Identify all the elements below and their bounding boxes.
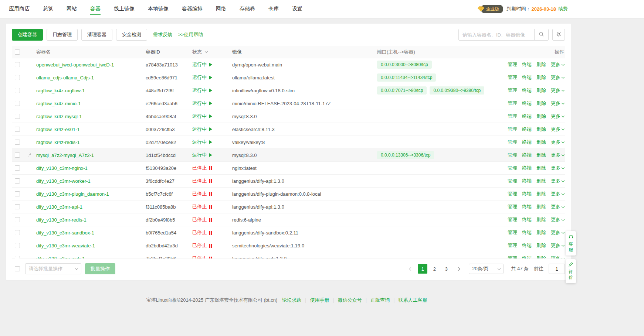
container-name-link[interactable]: dify_v130_c3mr-sandbox-1 [36, 230, 94, 236]
container-name-link[interactable]: dify_v130_c3mr-nginx-1 [36, 165, 88, 171]
row-checkbox[interactable] [15, 191, 20, 196]
row-action-terminal[interactable]: 终端 [522, 100, 532, 107]
row-action-terminal[interactable]: 终端 [522, 255, 532, 258]
row-action-more[interactable]: 更多 [551, 203, 564, 210]
customer-service-button[interactable]: 客服 [566, 231, 576, 256]
container-name-link[interactable]: ragflow_kr4z-mysql-1 [36, 114, 82, 119]
row-action-terminal[interactable]: 终端 [522, 242, 532, 249]
container-name-link[interactable]: dify_v130_c3mr-plugin_daemon-1 [36, 191, 109, 197]
feedback-link[interactable]: 需求反馈 [153, 31, 172, 38]
row-action-manage[interactable]: 管理 [508, 178, 517, 184]
play-icon[interactable] [209, 89, 212, 92]
row-action-delete[interactable]: 删除 [536, 242, 546, 249]
row-action-manage[interactable]: 管理 [508, 203, 517, 210]
nav-item[interactable]: 容器 [90, 0, 101, 18]
nav-item[interactable]: 线上镜像 [114, 0, 135, 18]
play-icon[interactable] [209, 140, 212, 144]
pause-icon[interactable] [209, 218, 212, 222]
row-action-terminal[interactable]: 终端 [522, 178, 532, 184]
pause-icon[interactable] [209, 257, 212, 259]
next-page-button[interactable] [453, 264, 463, 274]
select-all-checkbox[interactable] [15, 49, 20, 55]
footer-link[interactable]: 联系人工客服 [399, 297, 427, 303]
nav-item[interactable]: 仓库 [268, 0, 279, 18]
row-action-more[interactable]: 更多 [551, 152, 564, 158]
play-icon[interactable] [209, 63, 212, 66]
row-action-delete[interactable]: 删除 [536, 61, 546, 68]
batch-select-all-checkbox[interactable] [15, 266, 20, 271]
row-action-manage[interactable]: 管理 [508, 216, 517, 223]
row-action-more[interactable]: 更多 [551, 178, 564, 184]
container-name-link[interactable]: dify_v130_c3mr-weaviate-1 [36, 243, 95, 248]
row-action-terminal[interactable]: 终端 [522, 126, 532, 133]
row-action-manage[interactable]: 管理 [508, 126, 517, 133]
row-action-delete[interactable]: 删除 [536, 255, 546, 258]
settings-button[interactable] [552, 29, 565, 41]
row-action-manage[interactable]: 管理 [508, 242, 517, 249]
batch-operation-select[interactable]: 请选择批量操作 [25, 263, 81, 274]
row-action-terminal[interactable]: 终端 [522, 74, 532, 81]
footer-link[interactable]: 微信公众号 [338, 297, 362, 303]
renew-link[interactable]: 续费 [558, 6, 568, 12]
row-checkbox[interactable] [15, 165, 20, 171]
row-action-delete[interactable]: 删除 [536, 191, 546, 197]
row-action-manage[interactable]: 管理 [508, 139, 517, 145]
row-action-delete[interactable]: 删除 [536, 100, 546, 107]
row-action-more[interactable]: 更多 [551, 255, 564, 258]
row-action-manage[interactable]: 管理 [508, 61, 517, 68]
row-checkbox[interactable] [15, 230, 20, 235]
container-name-link[interactable]: ragflow_kr4z-minio-1 [36, 101, 81, 106]
header-status-filter[interactable]: 状态 [192, 49, 232, 55]
container-name-link[interactable]: openwebui_iwcd-openwebui_iwcD-1 [36, 62, 114, 68]
nav-item[interactable]: 设置 [292, 0, 302, 18]
row-action-manage[interactable]: 管理 [508, 191, 517, 197]
row-action-manage[interactable]: 管理 [508, 165, 517, 171]
log-manage-button[interactable]: 日志管理 [47, 29, 78, 41]
play-icon[interactable] [209, 76, 212, 79]
container-name-link[interactable]: ragflow_kr4z-ragflow-1 [36, 88, 85, 93]
row-action-more[interactable]: 更多 [551, 139, 564, 145]
row-action-delete[interactable]: 删除 [536, 229, 546, 236]
footer-link[interactable]: 正版查询 [370, 297, 390, 303]
row-action-delete[interactable]: 删除 [536, 126, 546, 133]
page-button-2[interactable]: 2 [430, 264, 439, 274]
row-action-terminal[interactable]: 终端 [522, 87, 532, 94]
row-checkbox[interactable] [15, 88, 20, 93]
batch-operation-button[interactable]: 批量操作 [85, 263, 115, 274]
play-icon[interactable] [209, 127, 212, 131]
review-button[interactable]: 评价 [566, 259, 576, 283]
container-name-link[interactable]: dify_v130_c3mr-redis-1 [36, 217, 87, 223]
nav-item[interactable]: 本地镜像 [148, 0, 169, 18]
row-action-manage[interactable]: 管理 [508, 74, 517, 81]
row-action-more[interactable]: 更多 [551, 242, 564, 249]
row-checkbox[interactable] [15, 217, 20, 222]
row-checkbox[interactable] [15, 114, 20, 119]
row-checkbox[interactable] [15, 204, 20, 209]
nav-item[interactable]: 网站 [67, 0, 77, 18]
row-action-manage[interactable]: 管理 [508, 100, 517, 107]
row-action-more[interactable]: 更多 [551, 126, 564, 133]
pause-icon[interactable] [209, 179, 212, 183]
row-action-manage[interactable]: 管理 [508, 229, 517, 236]
create-container-button[interactable]: 创建容器 [12, 29, 43, 41]
row-action-manage[interactable]: 管理 [508, 87, 517, 94]
pause-icon[interactable] [209, 205, 212, 209]
nav-item[interactable]: 存储卷 [240, 0, 255, 18]
row-action-more[interactable]: 更多 [551, 229, 564, 236]
row-action-more[interactable]: 更多 [551, 216, 564, 223]
row-action-delete[interactable]: 删除 [536, 178, 546, 184]
row-action-delete[interactable]: 删除 [536, 152, 546, 158]
row-action-terminal[interactable]: 终端 [522, 191, 532, 197]
container-name-link[interactable]: dify_v130_c3mr-web-1 [36, 256, 85, 259]
row-action-delete[interactable]: 删除 [536, 87, 546, 94]
container-name-link[interactable]: ragflow_kr4z-es01-1 [36, 127, 80, 132]
row-action-terminal[interactable]: 终端 [522, 165, 532, 171]
row-action-manage[interactable]: 管理 [508, 255, 517, 258]
search-button[interactable] [534, 29, 548, 40]
clean-container-button[interactable]: 清理容器 [81, 29, 112, 41]
page-button-3[interactable]: 3 [441, 264, 451, 274]
container-name-link[interactable]: dify_v130_c3mr-worker-1 [36, 178, 91, 184]
row-action-more[interactable]: 更多 [551, 74, 564, 81]
row-action-terminal[interactable]: 终端 [522, 216, 532, 223]
pause-icon[interactable] [209, 231, 212, 235]
